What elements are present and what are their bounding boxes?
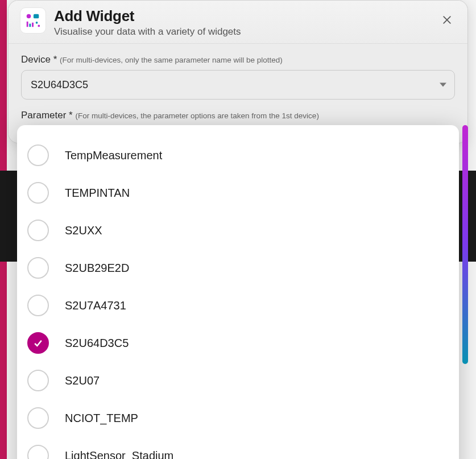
modal-titles: Add Widget Visualise your data with a va… (54, 7, 430, 38)
device-field: Device * (For multi-devices, only the sa… (21, 54, 455, 100)
modal-subtitle: Visualise your data with a variety of wi… (54, 26, 430, 38)
device-option[interactable]: LightSensor_Stadium (23, 437, 453, 459)
svg-point-5 (36, 22, 38, 24)
device-option[interactable]: TempMeasurement (23, 137, 453, 174)
device-option[interactable]: NCIOT_TEMP (23, 399, 453, 437)
modal-header: Add Widget Visualise your data with a va… (9, 1, 467, 44)
radio-icon[interactable] (27, 220, 49, 241)
add-widget-modal: Add Widget Visualise your data with a va… (8, 0, 468, 143)
device-option-label: S2UXX (65, 224, 102, 237)
radio-icon[interactable] (27, 295, 49, 316)
svg-point-0 (27, 14, 31, 19)
chevron-down-icon (440, 83, 446, 87)
device-hint: (For multi-devices, only the same parame… (60, 56, 283, 64)
radio-icon[interactable] (27, 144, 49, 166)
radio-icon[interactable] (27, 370, 49, 391)
device-option[interactable]: S2U64D3C5 (23, 324, 453, 362)
device-option[interactable]: S2UB29E2D (23, 249, 453, 287)
radio-selected-icon[interactable] (27, 332, 49, 354)
device-option-label: S2U7A4731 (65, 299, 126, 312)
device-selected-value: S2U64D3C5 (31, 79, 88, 91)
device-option-label: TempMeasurement (65, 149, 162, 162)
radio-icon[interactable] (27, 257, 49, 279)
device-label: Device * (For multi-devices, only the sa… (21, 54, 455, 65)
device-option[interactable]: S2U7A4731 (23, 287, 453, 324)
radio-icon[interactable] (27, 407, 49, 429)
radio-icon[interactable] (27, 445, 49, 459)
svg-point-6 (38, 25, 40, 27)
widget-icon (20, 7, 46, 34)
svg-rect-4 (32, 23, 34, 27)
parameter-label: Parameter * (For multi-devices, the para… (21, 110, 455, 121)
parameter-hint: (For multi-devices, the parameter option… (75, 111, 318, 120)
svg-rect-2 (27, 22, 28, 27)
device-option-label: S2U64D3C5 (65, 337, 129, 350)
close-button[interactable] (438, 11, 456, 29)
device-label-text: Device * (21, 54, 57, 65)
parameter-field: Parameter * (For multi-devices, the para… (21, 110, 455, 121)
svg-rect-3 (29, 24, 31, 27)
device-option-label: TEMPINTAN (65, 187, 130, 200)
device-select[interactable]: S2U64D3C5 (21, 70, 455, 100)
modal-title: Add Widget (54, 7, 430, 25)
device-dropdown-panel: TempMeasurementTEMPINTANS2UXXS2UB29E2DS2… (17, 125, 459, 459)
device-option[interactable]: TEMPINTAN (23, 174, 453, 212)
device-option-label: S2U07 (65, 374, 100, 387)
parameter-label-text: Parameter * (21, 110, 73, 121)
device-option-label: S2UB29E2D (65, 262, 129, 275)
device-option-label: LightSensor_Stadium (65, 449, 173, 460)
scroll-accent (462, 125, 468, 364)
device-option-label: NCIOT_TEMP (65, 412, 138, 425)
svg-rect-1 (34, 14, 39, 19)
radio-icon[interactable] (27, 182, 49, 204)
device-option[interactable]: S2UXX (23, 212, 453, 249)
device-option[interactable]: S2U07 (23, 362, 453, 399)
